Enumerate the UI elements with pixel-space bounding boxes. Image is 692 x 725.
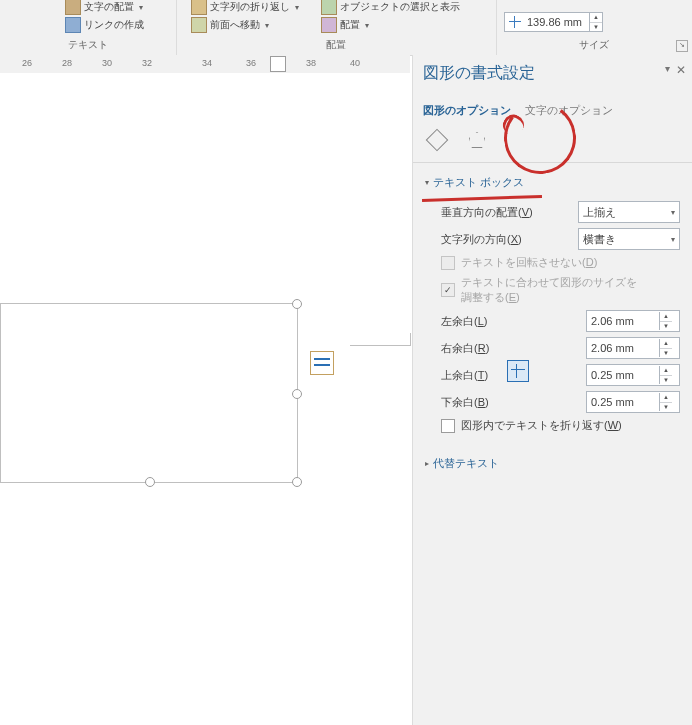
effects-icon[interactable] [467,130,487,150]
size-width-box[interactable]: ▲▼ [504,12,603,32]
ruler-indent-marker[interactable] [270,56,286,72]
ruler-tick: 38 [306,58,316,68]
size-dialog-launcher[interactable]: ↘ [676,40,688,52]
left-margin-box[interactable]: ▲▼ [586,310,680,332]
chevron-down-icon: ▾ [671,235,675,244]
bottom-margin-input[interactable] [587,396,659,408]
wrap-text-icon [191,0,207,15]
section-textbox: ▾ テキスト ボックス 垂直方向の配置(V) 上揃え ▾ 文字列の方向(X) 横… [413,163,692,444]
size-width-spinner[interactable]: ▲▼ [589,13,602,31]
wrap-text-label: 文字列の折り返し [210,0,290,14]
checkbox-icon [441,283,455,297]
ruler-tick: 36 [246,58,256,68]
link-icon [65,17,81,33]
right-margin-box[interactable]: ▲▼ [586,337,680,359]
selection-pane-icon [321,0,337,15]
chevron-down-icon: ▾ [139,3,143,12]
top-margin-input[interactable] [587,369,659,381]
chevron-down-icon: ▾ [671,208,675,217]
ribbon-group-text: 文字の配置 ▾ リンクの作成 テキスト [0,0,177,55]
align-button[interactable]: 配置 ▾ [318,16,372,34]
chevron-down-icon: ▾ [295,3,299,12]
resize-handle[interactable] [292,299,302,309]
chk-norotate-label: テキストを回転させない(D) [461,255,597,270]
pane-title: 図形の書式設定 [423,64,535,81]
section-textbox-title: テキスト ボックス [433,175,524,190]
text-layout-button[interactable]: 文字の配置 ▾ [62,0,146,16]
valign-combo[interactable]: 上揃え ▾ [578,201,680,223]
selected-textbox[interactable] [0,303,298,483]
layout-properties-icon[interactable] [507,360,529,382]
checkbox-icon [441,256,455,270]
expand-icon: ▸ [425,459,429,468]
close-icon[interactable]: ✕ [676,63,686,77]
page-corner [350,333,411,346]
tab-text-options[interactable]: 文字のオプション [525,103,613,118]
align-icon [321,17,337,33]
section-alttext-title: 代替テキスト [433,456,499,471]
top-margin-spinner[interactable]: ▲▼ [659,366,672,384]
select-objects-button[interactable]: オブジェクトの選択と表示 [318,0,463,16]
chk-norotate: テキストを回転させない(D) [441,255,680,270]
tab-shape-options[interactable]: 図形のオプション [423,103,511,118]
width-icon [507,14,523,30]
size-width-input[interactable] [525,14,589,30]
chk-wrap-label: 図形内でテキストを折り返す(W) [461,418,622,433]
ribbon-group-size: ▲▼ サイズ ↘ [496,0,692,55]
chk-wrap-inside[interactable]: 図形内でテキストを折り返す(W) [441,418,680,433]
text-layout-icon [65,0,81,15]
resize-handle[interactable] [292,477,302,487]
resize-handle[interactable] [145,477,155,487]
ruler-tick: 30 [102,58,112,68]
ruler-tick: 32 [142,58,152,68]
collapse-icon: ▾ [425,178,429,187]
bottom-margin-box[interactable]: ▲▼ [586,391,680,413]
bring-forward-label: 前面へ移動 [210,18,260,32]
ribbon: 文字の配置 ▾ リンクの作成 テキスト 文字列の折り返し ▾ 前面へ移動 ▾ オ… [0,0,692,56]
pane-header: 図形の書式設定 ▾ ✕ [413,55,692,99]
right-margin-label: 右余白(R) [441,341,489,356]
bottom-margin-spinner[interactable]: ▲▼ [659,393,672,411]
ribbon-group-align-label: 配置 [176,38,496,52]
section-textbox-header[interactable]: ▾ テキスト ボックス [425,169,680,196]
textdir-combo[interactable]: 横書き ▾ [578,228,680,250]
pane-options-icon[interactable]: ▾ [665,63,670,74]
layout-options-icon[interactable] [310,351,334,375]
left-margin-label: 左余白(L) [441,314,487,329]
format-shape-pane: 図形の書式設定 ▾ ✕ 図形のオプション 文字のオプション ▾ テキスト ボック… [412,55,692,725]
horizontal-ruler[interactable]: 26 28 30 32 34 36 38 40 [0,55,410,74]
right-margin-spinner[interactable]: ▲▼ [659,339,672,357]
textdir-label: 文字列の方向(X) [441,232,522,247]
valign-value: 上揃え [583,205,616,220]
ruler-tick: 40 [350,58,360,68]
ribbon-group-size-label: サイズ [496,38,692,52]
chevron-down-icon: ▾ [365,21,369,30]
chevron-down-icon: ▾ [265,21,269,30]
section-alttext-header[interactable]: ▸ 代替テキスト [425,450,680,477]
text-layout-label: 文字の配置 [84,0,134,14]
top-margin-box[interactable]: ▲▼ [586,364,680,386]
checkbox-icon [441,419,455,433]
select-objects-label: オブジェクトの選択と表示 [340,0,460,14]
pane-category-icons [413,124,692,163]
wrap-text-button[interactable]: 文字列の折り返し ▾ [188,0,302,16]
document-canvas[interactable]: ようこそ!! [0,73,410,725]
left-margin-input[interactable] [587,315,659,327]
left-margin-spinner[interactable]: ▲▼ [659,312,672,330]
create-link-button[interactable]: リンクの作成 [62,16,147,34]
chk-autofit[interactable]: テキストに合わせて図形のサイズを調整する(E) [441,275,680,305]
section-alttext: ▸ 代替テキスト [413,444,692,483]
ruler-tick: 28 [62,58,72,68]
ribbon-group-text-label: テキスト [0,38,176,52]
bring-forward-icon [191,17,207,33]
fill-outline-icon[interactable] [427,130,447,150]
right-margin-input[interactable] [587,342,659,354]
textdir-value: 横書き [583,232,616,247]
align-label: 配置 [340,18,360,32]
chk-autofit-label: テキストに合わせて図形のサイズを調整する(E) [461,275,641,305]
resize-handle[interactable] [292,389,302,399]
ruler-tick: 34 [202,58,212,68]
bottom-margin-label: 下余白(B) [441,395,489,410]
bring-forward-button[interactable]: 前面へ移動 ▾ [188,16,272,34]
ribbon-group-align: 文字列の折り返し ▾ 前面へ移動 ▾ オブジェクトの選択と表示 配置 ▾ 配置 [176,0,497,55]
